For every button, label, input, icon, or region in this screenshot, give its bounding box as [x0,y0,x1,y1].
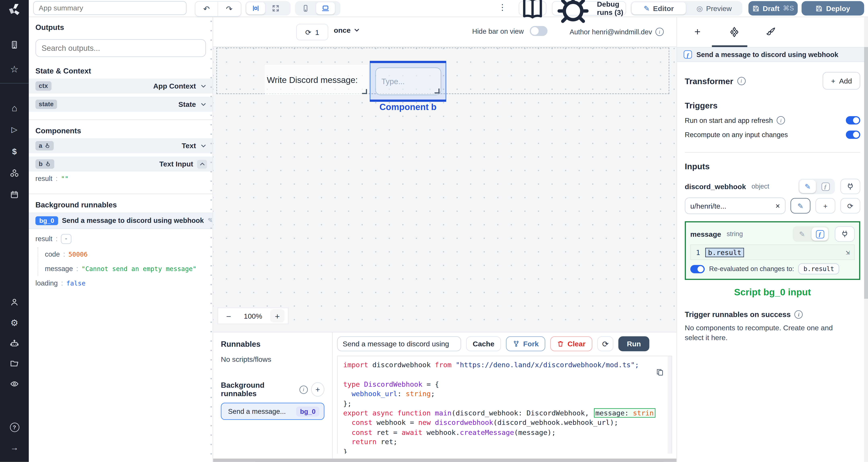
resize-handle[interactable] [435,89,440,94]
connect-plug-button[interactable] [840,179,860,194]
cache-button[interactable]: Cache [466,336,501,351]
search-outputs-input[interactable] [35,39,206,57]
connect-plug-button[interactable] [835,226,855,242]
plug-icon [841,230,849,238]
users-icon[interactable] [9,297,20,307]
expand-sidebar-arrow-icon[interactable]: → [9,441,20,453]
horizontal-scrollbar[interactable] [213,459,677,462]
component-row-b[interactable]: b Text Input [29,157,213,171]
run-on-start-toggle[interactable] [846,116,860,125]
undo-redo-group: ↶ ↷ [195,1,241,16]
info-icon[interactable]: i [299,385,308,394]
desktop-view-button[interactable] [316,2,335,14]
center-align-button[interactable] [246,2,265,14]
plug-icon [846,183,854,190]
info-icon[interactable]: i [795,310,803,319]
info-icon[interactable]: i [737,77,745,85]
draft-button[interactable]: Draft ⌘S [748,1,798,16]
eval-mode-button[interactable]: ƒ [811,227,828,240]
add-resource-button[interactable]: + [815,198,835,213]
copy-code-icon[interactable] [656,368,664,378]
windmill-logo[interactable] [7,3,22,17]
run-button[interactable]: Run [619,336,649,351]
home-icon[interactable]: ⌂ [9,103,20,114]
frequency-dropdown[interactable]: once [334,26,361,34]
code-editor[interactable]: import discordwebhook from "https://deno… [337,356,672,454]
resize-handle[interactable] [362,89,367,94]
refresh-button[interactable]: ⟳ [597,336,614,351]
runnable-item-bg0[interactable]: Send a message... bg_0 [221,403,324,420]
value: false [66,279,85,287]
undo-button[interactable]: ↶ [195,2,218,16]
message-expression-editor[interactable]: 1 b.result ⇲ [690,244,855,260]
runs-icon[interactable]: ▷ [9,124,20,135]
info-icon[interactable]: i [655,28,664,36]
redo-button[interactable]: ↷ [218,2,240,16]
clear-button[interactable]: Clear [550,336,592,351]
schedules-icon[interactable] [9,189,20,200]
refresh-resource-button[interactable]: ⟳ [840,198,860,213]
tab-preview[interactable]: ◎ Preview [687,2,741,14]
refresh-count-button[interactable]: ⟳ 1 [296,24,328,40]
debug-runs-label: Debug runs (3) [597,0,625,16]
expand-editor-icon[interactable]: ⇲ [846,249,850,256]
components-diamonds-icon [729,27,739,37]
clear-resource-icon[interactable]: × [775,201,780,210]
more-options-kebab-icon[interactable]: ⋮ [498,2,506,12]
msg-mode-group: ✎ ƒ [793,226,829,242]
eval-mode-button[interactable]: ƒ [817,180,834,193]
debug-runs-button[interactable]: Debug runs (3) [552,1,626,16]
mobile-view-button[interactable] [296,2,315,14]
text-input-field[interactable]: Type... [375,67,441,95]
text-component-a[interactable]: Write Discord message: [265,65,368,95]
workspace-icon[interactable] [9,39,20,51]
help-icon[interactable]: ? [9,422,20,432]
chevron-down-icon[interactable] [200,82,207,90]
zoom-out-button[interactable]: − [221,309,236,323]
component-row-a[interactable]: a Text [29,138,213,153]
reeval-toggle[interactable] [690,265,705,273]
add-background-runnable-button[interactable]: + [311,382,324,397]
favorites-star-icon[interactable]: ☆ [9,64,20,75]
tab-styling[interactable] [763,25,778,39]
fullscreen-button[interactable] [266,2,285,14]
tab-editor[interactable]: ✎ Editor [632,2,686,14]
output-row-ctx[interactable]: ctx App Context [29,78,213,93]
preview-target-icon: ◎ [696,4,703,12]
hide-bar-toggle[interactable] [530,26,548,36]
code-scrollbar[interactable] [668,356,672,454]
edit-resource-button[interactable]: ✎ [790,198,810,213]
collapse-button[interactable] [197,160,207,168]
app-summary-input[interactable] [33,1,186,15]
tab-insert-component[interactable]: + [690,25,705,39]
static-mode-button[interactable]: ✎ [799,180,816,193]
app-canvas[interactable]: Write Discord message: Type... Component… [213,46,677,332]
docs-button[interactable] [519,1,547,16]
workers-robot-icon[interactable] [9,338,20,349]
deploy-button[interactable]: Deploy [802,1,864,16]
zoom-in-button[interactable]: + [270,309,284,323]
resources-icon[interactable] [9,168,20,179]
tab-component-settings[interactable] [727,25,741,39]
fork-button[interactable]: Fork [506,336,545,351]
variables-icon[interactable]: $ [9,145,20,157]
collapsed-value-box[interactable]: - [61,234,71,244]
info-icon[interactable]: i [777,116,785,125]
expression-value[interactable]: b.result [705,248,744,257]
selected-textinput-component-b[interactable]: Type... [370,61,446,101]
scrollbar-thumb[interactable] [864,47,868,299]
resource-picker[interactable]: u/henri/te... × [685,198,785,214]
recompute-toggle[interactable] [846,131,860,139]
add-transformer-button[interactable]: + Add [823,72,860,90]
bg0-row[interactable]: bg_0 Send a message to discord using web… [29,212,213,229]
panel-resize-handle[interactable] [210,16,213,462]
audit-eye-icon[interactable] [9,378,20,389]
chevron-down-icon[interactable] [200,142,207,150]
script-name-input[interactable] [337,336,461,351]
settings-gear-icon[interactable]: ⚙ [9,317,20,328]
chevron-down-icon[interactable] [200,101,207,108]
static-mode-button[interactable]: ✎ [794,227,810,240]
folders-icon[interactable] [9,358,20,369]
output-row-state[interactable]: state State [29,97,213,112]
scrollbar-track[interactable] [864,16,868,462]
